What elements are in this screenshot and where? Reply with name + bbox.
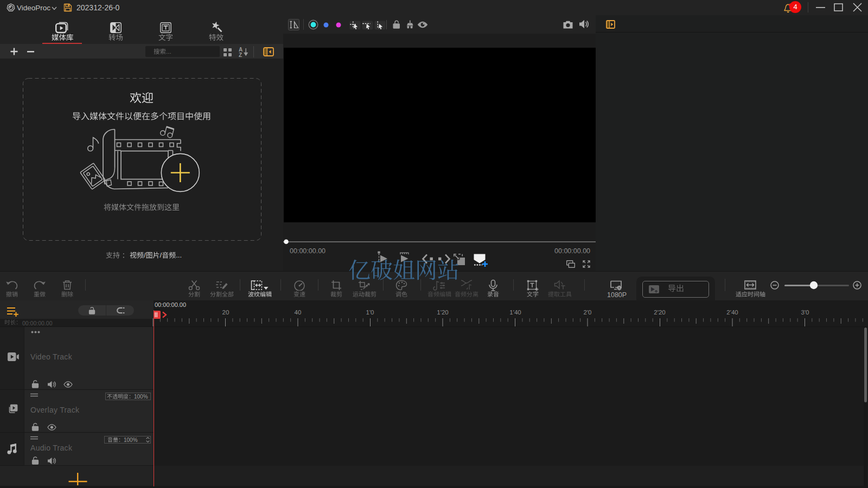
svg-text:100%: 100% (134, 393, 148, 399)
svg-text:...: ... (166, 48, 171, 55)
svg-text:...: ... (176, 251, 182, 259)
svg-text:100%: 100% (124, 436, 138, 442)
svg-text:Z: Z (239, 52, 242, 57)
svg-text:/: / (160, 251, 162, 259)
svg-text:/: / (144, 251, 146, 259)
